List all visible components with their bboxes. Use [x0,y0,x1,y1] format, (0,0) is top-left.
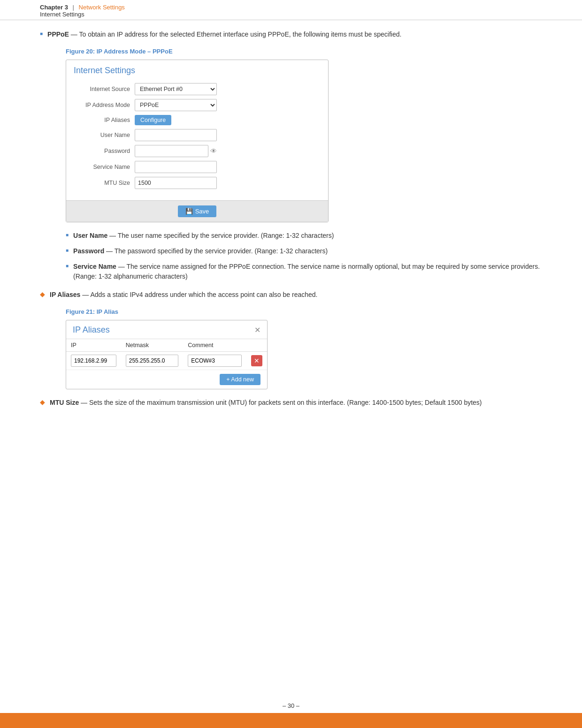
alias-footer: + Add new [66,370,267,389]
mtu-size-control[interactable] [135,177,217,189]
ip-address-mode-control[interactable]: PPPoE [135,99,217,111]
save-icon: 💾 [185,208,193,215]
configure-button[interactable]: Configure [135,115,171,125]
bullet-square-icon: ■ [40,31,43,36]
internet-source-select[interactable]: Ethernet Port #0 [135,83,217,95]
user-name-input[interactable] [135,129,217,141]
alias-header: IP Aliases ✕ [66,320,267,339]
password-label: Password [74,148,135,154]
comment-cell[interactable] [183,352,246,370]
netmask-cell[interactable] [121,352,184,370]
breadcrumb-separator: | [73,4,74,11]
ip-aliases-bullet: ◆ IP Aliases — Adds a static IPv4 addres… [40,290,542,300]
mtu-size-label: MTU Size [74,180,135,186]
close-icon[interactable]: ✕ [254,326,260,334]
bullet-square-icon-2: ■ [66,232,69,237]
service-name-bullet-text: Service Name — The service name assigned… [73,262,542,281]
sub-bullets-section: ■ User Name — The user name specified by… [40,231,542,281]
service-name-bullet: ■ Service Name — The service name assign… [66,262,542,281]
ip-address-mode-label: IP Address Mode [74,102,135,108]
service-name-label: Service Name [74,164,135,170]
service-name-input[interactable] [135,161,217,173]
internet-source-control[interactable]: Ethernet Port #0 [135,83,217,95]
ip-aliases-box: IP Aliases ✕ IP Netmask Comment [66,320,268,389]
alias-table-header-row: IP Netmask Comment [66,339,267,352]
ip-input[interactable] [71,355,116,367]
figure21-label: Figure 21: IP Alias [66,308,542,315]
settings-box-title: Internet Settings [66,60,328,79]
delete-cell[interactable]: ✕ [246,352,267,370]
ip-cell[interactable] [66,352,121,370]
password-bullet: ■ Password — The password specified by t… [66,246,542,256]
network-settings-link[interactable]: Network Settings [79,4,125,11]
col-ip: IP [66,339,121,352]
ip-aliases-label: IP Aliases [74,117,135,123]
pppoe-intro-bullet: ■ PPPoE — To obtain an IP address for th… [40,30,542,39]
user-name-bullet-text: User Name — The user name specified by t… [73,231,334,241]
page-footer [0,713,582,728]
password-input[interactable] [135,145,208,157]
internet-source-row: Internet Source Ethernet Port #0 [74,83,321,95]
internet-settings-box: Internet Settings Internet Source Ethern… [66,60,329,222]
page-number: – 30 – [283,702,299,709]
ip-address-mode-row: IP Address Mode PPPoE [74,99,321,111]
col-netmask: Netmask [121,339,184,352]
password-control[interactable]: 👁 [135,145,217,157]
main-content: ■ PPPoE — To obtain an IP address for th… [0,20,582,440]
alias-title: IP Aliases [73,325,110,335]
ip-aliases-control: Configure [135,115,217,125]
internet-source-label: Internet Source [74,86,135,92]
service-name-row: Service Name [74,161,321,173]
breadcrumb-sub: Internet Settings [40,11,84,18]
col-action [246,339,267,352]
col-comment: Comment [183,339,246,352]
bullet-diamond-icon: ◆ [40,290,45,298]
pppoe-intro-text: PPPoE — To obtain an IP address for the … [47,30,401,39]
service-name-control[interactable] [135,161,217,173]
save-label: Save [195,208,209,215]
breadcrumb: Chapter 3 | Network Settings Internet Se… [0,0,582,20]
ip-aliases-bullet-text: IP Aliases — Adds a static IPv4 address … [50,290,317,300]
settings-footer: 💾 Save [66,200,328,222]
settings-form: Internet Source Ethernet Port #0 IP Addr… [66,79,328,200]
user-name-label: User Name [74,132,135,138]
password-row: Password 👁 [74,145,321,157]
alias-table: IP Netmask Comment [66,339,267,370]
mtu-bullet-text: MTU Size — Sets the size of the maximum … [50,398,482,408]
bullet-diamond-icon-2: ◆ [40,398,45,406]
ip-address-mode-select[interactable]: PPPoE [135,99,217,111]
add-new-button[interactable]: + Add new [220,374,260,385]
bullet-square-icon-3: ■ [66,248,69,253]
password-bullet-text: Password — The password specified by the… [73,246,328,256]
delete-button[interactable]: ✕ [251,355,262,366]
table-row: ✕ [66,352,267,370]
comment-input[interactable] [188,355,242,367]
mtu-bullet: ◆ MTU Size — Sets the size of the maximu… [40,398,542,408]
ip-aliases-row: IP Aliases Configure [74,115,321,125]
user-name-bullet: ■ User Name — The user name specified by… [66,231,542,241]
figure20-label: Figure 20: IP Address Mode – PPPoE [66,48,542,55]
chapter-label: Chapter 3 [40,4,68,11]
user-name-row: User Name [74,129,321,141]
user-name-control[interactable] [135,129,217,141]
bullet-square-icon-4: ■ [66,263,69,268]
mtu-size-row: MTU Size [74,177,321,189]
password-eye-icon[interactable]: 👁 [210,147,217,155]
save-button[interactable]: 💾 Save [178,205,217,217]
mtu-size-input[interactable] [135,177,217,189]
netmask-input[interactable] [126,355,179,367]
